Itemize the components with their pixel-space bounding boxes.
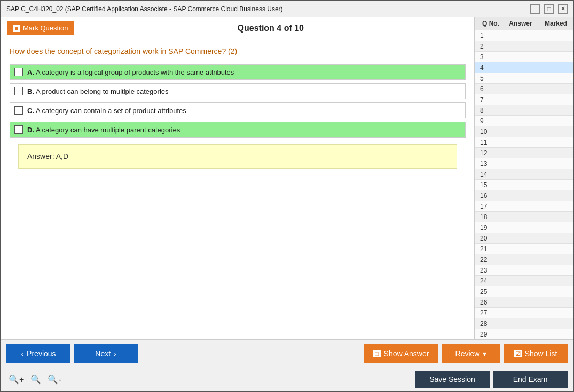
- q-row-number: 4: [475, 64, 501, 71]
- question-area: How does the concept of categorization w…: [1, 39, 474, 339]
- q-row-number: 20: [475, 235, 501, 242]
- question-list-row[interactable]: 28: [475, 318, 573, 329]
- question-list-row[interactable]: 14: [475, 169, 573, 180]
- q-row-number: 11: [475, 139, 501, 146]
- question-list-row[interactable]: 13: [475, 158, 573, 169]
- show-list-label: Show List: [525, 349, 557, 358]
- close-button[interactable]: ✕: [558, 4, 568, 14]
- question-list-row[interactable]: 1: [475, 30, 573, 41]
- mark-check-icon: ■: [13, 25, 20, 32]
- header-marked: Marked: [540, 20, 572, 27]
- previous-button[interactable]: ‹ Previous: [6, 344, 70, 363]
- next-button[interactable]: Next ›: [74, 344, 138, 363]
- prev-arrow-icon: ‹: [21, 349, 23, 358]
- question-list-row[interactable]: 17: [475, 201, 573, 212]
- end-exam-button[interactable]: End Exam: [493, 371, 568, 388]
- option-checkbox-b[interactable]: [14, 87, 23, 95]
- q-row-number: 8: [475, 107, 501, 114]
- question-list-row[interactable]: 2: [475, 41, 573, 52]
- option-row-c[interactable]: C. A category can contain a set of produ…: [10, 102, 466, 118]
- q-row-number: 27: [475, 309, 501, 317]
- question-list-header: Q No. Answer Marked: [475, 17, 573, 30]
- zoom-controls: 🔍+ 🔍 🔍-: [6, 373, 64, 386]
- zoom-out-button[interactable]: 🔍-: [45, 373, 63, 386]
- option-label-c: C. A category can contain a set of produ…: [27, 107, 186, 115]
- question-list-row[interactable]: 26: [475, 297, 573, 308]
- option-label-d: D. A category can have multiple parent c…: [27, 126, 180, 134]
- q-row-number: 17: [475, 203, 501, 210]
- q-row-number: 7: [475, 96, 501, 103]
- question-list-row[interactable]: 5: [475, 73, 573, 84]
- option-row-b[interactable]: B. A product can belong to multiple cate…: [10, 83, 466, 99]
- question-list-row[interactable]: 8: [475, 105, 573, 116]
- q-row-number: 23: [475, 267, 501, 274]
- maximize-button[interactable]: □: [544, 4, 554, 14]
- question-list-row[interactable]: 11: [475, 137, 573, 148]
- question-list-row[interactable]: 22: [475, 254, 573, 265]
- options-container: A. A category is a logical group of prod…: [10, 64, 466, 138]
- question-list[interactable]: 1234567891011121314151617181920212223242…: [475, 30, 573, 339]
- q-row-number: 19: [475, 224, 501, 231]
- question-list-row[interactable]: 18: [475, 212, 573, 222]
- question-list-row[interactable]: 16: [475, 190, 573, 201]
- question-list-row[interactable]: 23: [475, 265, 573, 276]
- bottom-buttons-row2: 🔍+ 🔍 🔍- Save Session End Exam: [1, 367, 573, 391]
- q-row-number: 21: [475, 245, 501, 253]
- zoom-in-button[interactable]: 🔍+: [6, 373, 26, 386]
- header-answer: Answer: [501, 20, 540, 27]
- option-checkbox-d[interactable]: [14, 125, 23, 134]
- show-answer-button[interactable]: □ Show Answer: [364, 344, 438, 363]
- q-row-number: 13: [475, 160, 501, 167]
- review-arrow-icon: ▾: [483, 349, 486, 358]
- q-row-number: 5: [475, 75, 501, 82]
- question-list-row[interactable]: 25: [475, 286, 573, 297]
- show-list-button[interactable]: ☑ Show List: [504, 344, 568, 363]
- question-list-row[interactable]: 27: [475, 308, 573, 318]
- header-qno: Q No.: [475, 20, 501, 27]
- zoom-normal-button[interactable]: 🔍: [28, 373, 43, 386]
- question-list-row[interactable]: 20: [475, 233, 573, 244]
- question-list-row[interactable]: 4: [475, 62, 573, 73]
- question-list-row[interactable]: 9: [475, 116, 573, 126]
- q-row-number: 1: [475, 32, 501, 39]
- left-panel: ■ Mark Question Question 4 of 10 How doe…: [1, 17, 474, 339]
- question-list-row[interactable]: 3: [475, 52, 573, 62]
- question-list-row[interactable]: 6: [475, 84, 573, 94]
- option-row-a[interactable]: A. A category is a logical group of prod…: [10, 64, 466, 80]
- question-list-row[interactable]: 29: [475, 329, 573, 339]
- question-list-row[interactable]: 7: [475, 94, 573, 105]
- save-session-button[interactable]: Save Session: [415, 371, 490, 388]
- q-row-number: 6: [475, 85, 501, 93]
- header-bar: ■ Mark Question Question 4 of 10: [1, 17, 474, 39]
- q-row-number: 12: [475, 149, 501, 157]
- q-row-number: 28: [475, 320, 501, 327]
- q-row-number: 18: [475, 213, 501, 221]
- mark-question-button[interactable]: ■ Mark Question: [7, 21, 74, 35]
- question-list-row[interactable]: 24: [475, 276, 573, 286]
- answer-box: Answer: A,D: [18, 144, 457, 169]
- question-list-row[interactable]: 12: [475, 148, 573, 158]
- option-row-d[interactable]: D. A category can have multiple parent c…: [10, 122, 466, 138]
- show-answer-icon: □: [373, 350, 381, 357]
- minimize-button[interactable]: —: [530, 4, 540, 14]
- previous-label: Previous: [27, 349, 56, 358]
- q-row-number: 25: [475, 288, 501, 295]
- q-row-number: 9: [475, 117, 501, 125]
- review-button[interactable]: Review ▾: [442, 344, 500, 363]
- show-list-icon: ☑: [514, 350, 522, 357]
- q-row-number: 10: [475, 128, 501, 135]
- question-title: Question 4 of 10: [74, 23, 468, 33]
- show-answer-label: Show Answer: [384, 349, 429, 358]
- option-checkbox-c[interactable]: [14, 106, 23, 115]
- question-list-row[interactable]: 10: [475, 126, 573, 137]
- option-checkbox-a[interactable]: [14, 68, 23, 76]
- bottom-bar: ‹ Previous Next › □ Show Answer Review ▾…: [1, 339, 573, 391]
- question-list-row[interactable]: 15: [475, 180, 573, 190]
- question-list-row[interactable]: 21: [475, 244, 573, 254]
- option-label-b: B. A product can belong to multiple cate…: [27, 87, 169, 95]
- review-label: Review: [455, 349, 480, 358]
- mark-question-label: Mark Question: [23, 24, 68, 32]
- question-list-row[interactable]: 19: [475, 222, 573, 233]
- option-label-a: A. A category is a logical group of prod…: [27, 68, 234, 76]
- q-row-number: 16: [475, 192, 501, 199]
